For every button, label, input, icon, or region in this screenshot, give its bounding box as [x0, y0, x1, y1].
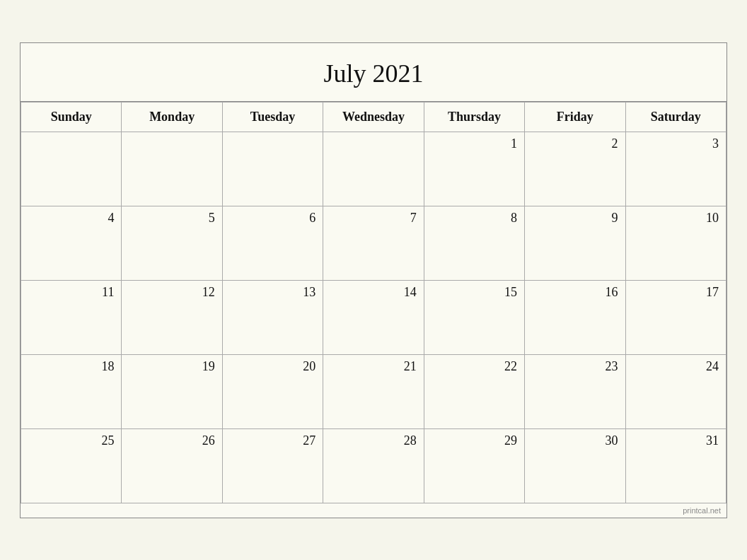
- calendar-day-cell: 24: [625, 354, 726, 428]
- calendar-day-cell: 28: [323, 428, 424, 503]
- calendar-day-cell: 6: [222, 206, 323, 280]
- header-wednesday: Wednesday: [323, 102, 424, 132]
- calendar-day-cell: 14: [323, 280, 424, 354]
- header-friday: Friday: [525, 102, 625, 132]
- header-thursday: Thursday: [424, 102, 524, 132]
- header-saturday: Saturday: [625, 102, 726, 132]
- calendar-day-cell: [21, 132, 122, 206]
- header-tuesday: Tuesday: [222, 102, 323, 132]
- calendar-day-cell: 3: [625, 132, 726, 206]
- calendar-day-cell: [222, 132, 323, 206]
- calendar-day-cell: 2: [525, 132, 625, 206]
- calendar-day-cell: 31: [625, 428, 726, 503]
- calendar-title: July 2021: [21, 43, 726, 102]
- calendar-day-cell: 15: [424, 280, 524, 354]
- calendar-day-cell: 19: [122, 354, 222, 428]
- calendar-day-cell: 23: [525, 354, 625, 428]
- calendar-day-cell: [323, 132, 424, 206]
- calendar-day-cell: 4: [21, 206, 122, 280]
- calendar-week-row: 25262728293031: [21, 428, 726, 503]
- calendar-week-row: 18192021222324: [21, 354, 726, 428]
- calendar-day-cell: 7: [323, 206, 424, 280]
- watermark: printcal.net: [21, 503, 726, 518]
- calendar-body: 1234567891011121314151617181920212223242…: [21, 132, 726, 503]
- calendar-day-cell: 30: [525, 428, 625, 503]
- calendar-container: July 2021 Sunday Monday Tuesday Wednesda…: [20, 42, 727, 518]
- calendar-day-cell: 21: [323, 354, 424, 428]
- calendar-day-cell: 1: [424, 132, 524, 206]
- calendar-day-cell: 16: [525, 280, 625, 354]
- calendar-day-cell: 9: [525, 206, 625, 280]
- calendar-week-row: 123: [21, 132, 726, 206]
- calendar-day-cell: 20: [222, 354, 323, 428]
- calendar-week-row: 11121314151617: [21, 280, 726, 354]
- calendar-day-cell: 12: [122, 280, 222, 354]
- calendar-day-cell: 25: [21, 428, 122, 503]
- calendar-day-cell: 17: [625, 280, 726, 354]
- calendar-day-cell: 22: [424, 354, 524, 428]
- calendar-day-cell: 29: [424, 428, 524, 503]
- calendar-day-cell: 5: [122, 206, 222, 280]
- calendar-day-cell: 18: [21, 354, 122, 428]
- calendar-day-cell: [122, 132, 222, 206]
- day-headers-row: Sunday Monday Tuesday Wednesday Thursday…: [21, 102, 726, 132]
- calendar-day-cell: 13: [222, 280, 323, 354]
- calendar-week-row: 45678910: [21, 206, 726, 280]
- calendar-day-cell: 10: [625, 206, 726, 280]
- calendar-day-cell: 8: [424, 206, 524, 280]
- calendar-grid: Sunday Monday Tuesday Wednesday Thursday…: [21, 102, 726, 503]
- calendar-day-cell: 27: [222, 428, 323, 503]
- calendar-day-cell: 26: [122, 428, 222, 503]
- calendar-day-cell: 11: [21, 280, 122, 354]
- header-sunday: Sunday: [21, 102, 122, 132]
- header-monday: Monday: [122, 102, 222, 132]
